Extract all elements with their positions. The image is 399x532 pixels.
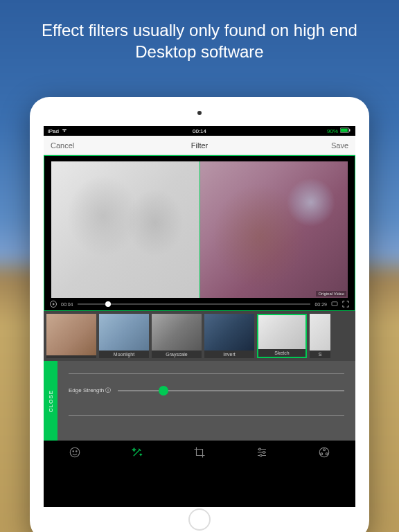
preview-original: Original Video [200, 161, 348, 298]
wifi-icon [61, 127, 68, 134]
fullscreen-icon[interactable] [342, 301, 349, 308]
svg-point-4 [70, 447, 80, 457]
filter-item[interactable]: Invert [204, 314, 254, 358]
status-bar: iPad 00:14 90% [44, 126, 355, 136]
battery-percent: 90% [327, 128, 338, 134]
sliders-icon[interactable] [254, 445, 269, 460]
filter-strip[interactable]: Moonlight Grayscale Invert Sketch S [44, 311, 355, 361]
filter-thumb [152, 314, 202, 351]
svg-point-6 [76, 451, 78, 452]
svg-rect-1 [341, 129, 348, 132]
svg-point-5 [73, 451, 74, 452]
svg-rect-3 [332, 301, 337, 305]
filter-label: Invert [204, 351, 254, 358]
timeline-scrubber[interactable] [78, 303, 311, 305]
slider-handle[interactable] [159, 386, 168, 396]
carrier-label: iPad [48, 128, 59, 134]
playback-bar: 00:04 00:29 [50, 299, 349, 309]
filter-label: Grayscale [152, 351, 202, 358]
svg-point-7 [259, 448, 261, 450]
filter-label: S [310, 351, 330, 358]
battery-icon [340, 127, 351, 134]
current-time: 00:04 [61, 302, 73, 307]
save-button[interactable]: Save [331, 141, 348, 150]
svg-point-12 [321, 453, 323, 455]
original-video-label: Original Video [316, 291, 346, 296]
display-icon[interactable] [331, 301, 338, 308]
edge-strength-slider[interactable] [118, 390, 344, 391]
filter-label: Sketch [258, 349, 305, 357]
filter-thumb [99, 314, 149, 351]
slider-label: Edge Strength ⓘ [69, 387, 111, 394]
cancel-button[interactable]: Cancel [51, 141, 74, 150]
magic-wand-icon[interactable] [130, 445, 145, 460]
marketing-headline: Effect filters usually only found on hig… [0, 19, 399, 62]
crop-icon[interactable] [192, 445, 207, 460]
filter-label: Moonlight [99, 351, 149, 358]
preview-filtered [51, 161, 200, 298]
camera-dot [197, 111, 202, 115]
filter-item[interactable]: Grayscale [152, 314, 202, 358]
bottom-toolbar [44, 441, 355, 464]
adjust-body: Edge Strength ⓘ [57, 361, 355, 441]
effects-icon[interactable] [317, 445, 332, 460]
play-button[interactable] [50, 301, 57, 308]
svg-point-8 [263, 452, 265, 454]
svg-point-9 [260, 454, 262, 456]
scrubber-handle[interactable] [105, 301, 111, 307]
filter-thumb [204, 314, 254, 351]
total-time: 00:29 [314, 302, 327, 307]
tablet-frame: iPad 00:14 90% Cancel Filter Save [30, 97, 369, 532]
adjustment-panel: CLOSE Edge Strength ⓘ [44, 361, 355, 441]
home-button[interactable] [188, 508, 211, 531]
svg-point-11 [323, 449, 326, 451]
screen: iPad 00:14 90% Cancel Filter Save [44, 126, 355, 507]
preview-split: Original Video [51, 161, 348, 298]
filter-thumb [46, 314, 96, 355]
svg-rect-2 [349, 129, 350, 131]
face-tool-icon[interactable] [67, 445, 82, 460]
filter-item[interactable]: Moonlight [99, 314, 149, 358]
filter-thumb [258, 315, 305, 349]
filter-item[interactable] [46, 314, 96, 358]
slider-row: Edge Strength ⓘ [69, 387, 344, 394]
close-panel-button[interactable]: CLOSE [44, 361, 57, 441]
clock: 00:14 [193, 128, 206, 134]
page-title: Filter [191, 141, 208, 150]
top-bar: Cancel Filter Save [44, 136, 355, 155]
filter-thumb [310, 314, 330, 351]
svg-point-13 [326, 453, 328, 455]
filter-label [46, 355, 96, 358]
video-preview[interactable]: Original Video 00:04 00:29 [44, 155, 355, 311]
filter-item-selected[interactable]: Sketch [257, 314, 307, 358]
filter-item[interactable]: S [310, 314, 330, 358]
